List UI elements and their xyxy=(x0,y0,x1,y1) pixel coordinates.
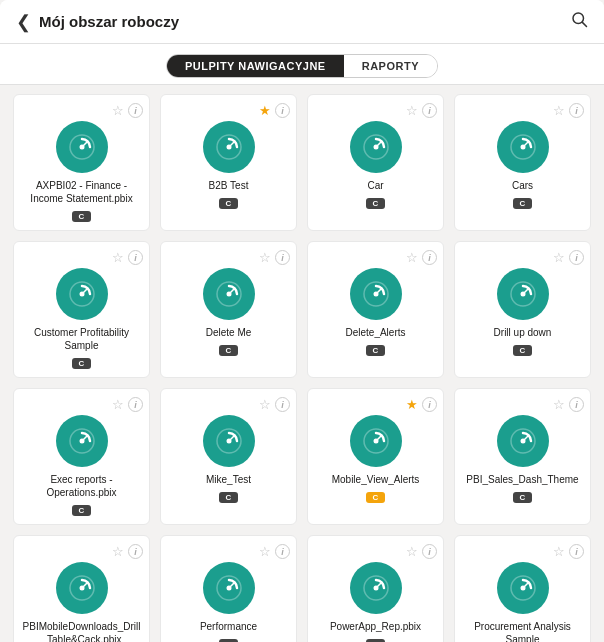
report-icon xyxy=(497,121,549,173)
info-icon[interactable]: i xyxy=(422,544,437,559)
card-icons-row: ☆i xyxy=(155,397,290,412)
badges-row: C xyxy=(72,505,90,516)
star-icon[interactable]: ☆ xyxy=(259,397,271,412)
card-label: Performance xyxy=(200,620,257,633)
report-icon xyxy=(497,268,549,320)
tab-pulpity[interactable]: PULPITY NAWIGACYJNE xyxy=(167,55,344,77)
badges-row: C xyxy=(513,198,531,209)
report-icon xyxy=(203,121,255,173)
card-icons-row: ☆i xyxy=(8,250,143,265)
star-icon[interactable]: ☆ xyxy=(112,103,124,118)
card-icons-row: ☆i xyxy=(449,250,584,265)
report-icon xyxy=(56,121,108,173)
star-icon[interactable]: ☆ xyxy=(553,544,565,559)
card-label: Exec reports - Operations.pbix xyxy=(22,473,141,499)
list-item[interactable]: ☆i Exec reports - Operations.pbixC xyxy=(13,388,150,525)
badges-row: C xyxy=(219,492,237,503)
header-left: ❮ Mój obszar roboczy xyxy=(16,11,179,33)
info-icon[interactable]: i xyxy=(128,103,143,118)
star-icon[interactable]: ☆ xyxy=(112,544,124,559)
star-icon[interactable]: ☆ xyxy=(406,250,418,265)
card-label: Mike_Test xyxy=(206,473,251,486)
card-icons-row: ☆i xyxy=(449,397,584,412)
tab-raporty[interactable]: RAPORTY xyxy=(344,55,437,77)
star-icon[interactable]: ☆ xyxy=(259,250,271,265)
report-icon xyxy=(203,562,255,614)
list-item[interactable]: ☆i PowerApp_Rep.pbixC xyxy=(307,535,444,642)
list-item[interactable]: ☆i Mike_TestC xyxy=(160,388,297,525)
svg-line-43 xyxy=(229,583,234,588)
badges-row: C xyxy=(72,211,90,222)
card-icons-row: ★i xyxy=(155,103,290,118)
svg-line-19 xyxy=(229,289,234,294)
info-icon[interactable]: i xyxy=(569,397,584,412)
list-item[interactable]: ★i B2B TestC xyxy=(160,94,297,231)
list-item[interactable]: ☆i Delete_AlertsC xyxy=(307,241,444,378)
info-icon[interactable]: i xyxy=(569,103,584,118)
card-label: PowerApp_Rep.pbix xyxy=(330,620,421,633)
badge: C xyxy=(219,198,237,209)
svg-line-28 xyxy=(82,436,87,441)
info-icon[interactable]: i xyxy=(422,397,437,412)
star-icon[interactable]: ☆ xyxy=(406,103,418,118)
star-icon[interactable]: ☆ xyxy=(553,103,565,118)
badge: C xyxy=(513,198,531,209)
svg-line-40 xyxy=(82,583,87,588)
info-icon[interactable]: i xyxy=(128,250,143,265)
svg-line-13 xyxy=(523,142,528,147)
badges-row: C xyxy=(366,345,384,356)
card-label: Drill up down xyxy=(494,326,552,339)
list-item[interactable]: ☆i Drill up downC xyxy=(454,241,591,378)
star-icon[interactable]: ☆ xyxy=(553,250,565,265)
badges-row: C xyxy=(72,358,90,369)
badge: C xyxy=(72,358,90,369)
svg-line-10 xyxy=(376,142,381,147)
report-icon xyxy=(56,415,108,467)
badge: C xyxy=(366,492,384,503)
star-icon[interactable]: ★ xyxy=(406,397,418,412)
star-icon[interactable]: ☆ xyxy=(112,397,124,412)
star-icon[interactable]: ☆ xyxy=(259,544,271,559)
info-icon[interactable]: i xyxy=(128,397,143,412)
list-item[interactable]: ☆i PBIMobileDownloads_Drill_Table&Cack.p… xyxy=(13,535,150,642)
search-icon[interactable] xyxy=(570,10,588,33)
star-icon[interactable]: ☆ xyxy=(112,250,124,265)
report-icon xyxy=(56,268,108,320)
star-icon[interactable]: ★ xyxy=(259,103,271,118)
list-item[interactable]: ★i Mobile_View_AlertsC xyxy=(307,388,444,525)
card-label: Car xyxy=(367,179,383,192)
info-icon[interactable]: i xyxy=(422,250,437,265)
list-item[interactable]: ☆i Customer Profitability SampleC xyxy=(13,241,150,378)
svg-line-37 xyxy=(523,436,528,441)
list-item[interactable]: ☆i AXPBI02 - Finance - Income Statement.… xyxy=(13,94,150,231)
info-icon[interactable]: i xyxy=(569,250,584,265)
badge: C xyxy=(366,198,384,209)
info-icon[interactable]: i xyxy=(275,544,290,559)
tabs-container: PULPITY NAWIGACYJNE RAPORTY xyxy=(0,44,604,85)
badge: C xyxy=(72,211,90,222)
list-item[interactable]: ☆i Procurement Analysis SampleC xyxy=(454,535,591,642)
info-icon[interactable]: i xyxy=(275,397,290,412)
list-item[interactable]: ☆i CarsC xyxy=(454,94,591,231)
svg-line-25 xyxy=(523,289,528,294)
info-icon[interactable]: i xyxy=(569,544,584,559)
badges-row: C xyxy=(366,198,384,209)
info-icon[interactable]: i xyxy=(275,103,290,118)
info-icon[interactable]: i xyxy=(128,544,143,559)
info-icon[interactable]: i xyxy=(422,103,437,118)
back-button[interactable]: ❮ xyxy=(16,11,31,33)
svg-line-34 xyxy=(376,436,381,441)
svg-line-7 xyxy=(229,142,234,147)
info-icon[interactable]: i xyxy=(275,250,290,265)
card-label: Cars xyxy=(512,179,533,192)
list-item[interactable]: ☆i PBI_Sales_Dash_ThemeC xyxy=(454,388,591,525)
page-title: Mój obszar roboczy xyxy=(39,13,179,30)
badges-row: C xyxy=(219,345,237,356)
list-item[interactable]: ☆i PerformanceC xyxy=(160,535,297,642)
list-item[interactable]: ☆i Delete MeC xyxy=(160,241,297,378)
star-icon[interactable]: ☆ xyxy=(553,397,565,412)
list-item[interactable]: ☆i CarC xyxy=(307,94,444,231)
header: ❮ Mój obszar roboczy xyxy=(0,0,604,44)
report-icon xyxy=(350,121,402,173)
star-icon[interactable]: ☆ xyxy=(406,544,418,559)
